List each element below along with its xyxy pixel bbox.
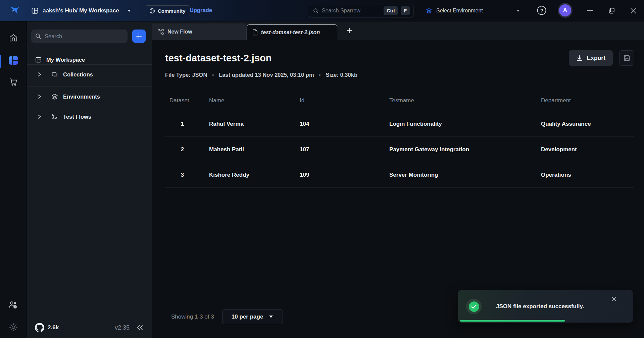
sidebar-item-environments[interactable]: Environments bbox=[27, 87, 152, 107]
sidebar: My Workspace Collections Environments bbox=[27, 21, 152, 338]
column-header: Dataset bbox=[165, 97, 209, 104]
marketplace-cart-button[interactable] bbox=[8, 76, 19, 87]
layers-icon bbox=[51, 93, 58, 100]
sidebar-workspace-label: My Workspace bbox=[46, 57, 85, 63]
file-meta: File Type: JSON • Last updated 13 Nov 20… bbox=[165, 72, 357, 78]
toast-close-button[interactable] bbox=[611, 296, 617, 302]
cell-name: Rahul Verma bbox=[209, 121, 300, 127]
github-stars-count: 2.6k bbox=[48, 324, 59, 331]
tab-label: New Flow bbox=[167, 29, 192, 35]
sparrow-logo-icon bbox=[9, 5, 21, 15]
cell-id: 107 bbox=[300, 146, 389, 153]
pagination-summary: Showing 1-3 of 3 bbox=[171, 314, 214, 320]
chevron-down-icon bbox=[269, 315, 273, 318]
cell-dataset: 1 bbox=[165, 121, 209, 127]
save-button[interactable] bbox=[619, 50, 634, 66]
column-header: Name bbox=[209, 97, 300, 104]
flow-sitemap-icon bbox=[157, 29, 164, 35]
cell-testname: Server Monitoring bbox=[389, 172, 541, 178]
file-icon bbox=[252, 29, 258, 36]
cell-dataset: 3 bbox=[165, 172, 209, 178]
workspace-grid-icon bbox=[31, 7, 39, 15]
workspace-selector[interactable]: aaksh's Hub/ My Workspace bbox=[31, 4, 131, 17]
download-icon bbox=[576, 55, 583, 61]
sidebar-item-label: Collections bbox=[63, 71, 93, 78]
home-nav-button[interactable] bbox=[8, 33, 19, 43]
table-row[interactable]: 3 Kishore Reddy 109 Server Monitoring Op… bbox=[165, 162, 634, 188]
collections-stack-icon bbox=[51, 71, 58, 78]
settings-gear-button[interactable] bbox=[8, 322, 19, 333]
column-header: Id bbox=[300, 97, 389, 104]
page-title: test-dataset-test-2.json bbox=[165, 53, 271, 64]
sidebar-search-input[interactable] bbox=[45, 33, 123, 40]
active-nav-indicator bbox=[0, 55, 1, 68]
chevron-right-icon bbox=[37, 94, 42, 99]
sidebar-item-collections[interactable]: Collections bbox=[27, 64, 152, 84]
tab-new-flow[interactable]: New Flow bbox=[152, 23, 246, 40]
sidebar-item-label: Environments bbox=[63, 94, 100, 100]
chevron-down-icon bbox=[127, 9, 131, 12]
avatar-letter: A bbox=[563, 7, 567, 14]
workspace-nav-button-active[interactable] bbox=[8, 55, 19, 66]
cell-department: Quality Assurance bbox=[541, 121, 634, 127]
file-size: Size: 0.30kb bbox=[326, 72, 357, 78]
add-new-button[interactable] bbox=[132, 30, 146, 43]
cell-name: Mahesh Patil bbox=[209, 146, 300, 153]
column-header: Department bbox=[541, 97, 634, 104]
column-header: Testname bbox=[389, 97, 541, 104]
window-minimize-button[interactable] bbox=[586, 7, 595, 15]
toast-notification: JSON file exported successfully. bbox=[458, 290, 633, 323]
divider bbox=[27, 127, 152, 127]
flow-branch-icon bbox=[51, 113, 58, 120]
layers-icon bbox=[426, 7, 432, 14]
user-avatar[interactable]: A bbox=[558, 3, 573, 18]
global-search[interactable]: Ctrl F bbox=[309, 4, 413, 17]
community-feedback-button[interactable] bbox=[8, 300, 19, 311]
success-badge-ring bbox=[466, 299, 482, 314]
environment-selector[interactable]: Select Environment bbox=[426, 4, 520, 17]
search-icon bbox=[313, 8, 319, 14]
cell-name: Kishore Reddy bbox=[209, 172, 300, 178]
window-close-button[interactable] bbox=[629, 7, 638, 15]
workspace-grid-icon bbox=[35, 56, 42, 63]
workspace-selector-label: aaksh's Hub/ My Workspace bbox=[43, 7, 119, 14]
cell-dataset: 2 bbox=[165, 146, 209, 153]
table-row[interactable]: 2 Mahesh Patil 107 Payment Gateway Integ… bbox=[165, 137, 634, 162]
plus-icon bbox=[347, 27, 353, 34]
community-button[interactable]: Community bbox=[145, 5, 190, 16]
per-page-value: 10 per page bbox=[232, 314, 263, 320]
help-button[interactable]: ? bbox=[536, 5, 547, 16]
chevron-right-icon bbox=[37, 72, 42, 77]
tab-label: test-dataset-test-2.json bbox=[261, 30, 320, 36]
success-check-icon bbox=[469, 301, 479, 312]
export-label: Export bbox=[587, 55, 605, 62]
toast-progress-bar bbox=[460, 320, 565, 322]
collapse-sidebar-button[interactable] bbox=[137, 325, 143, 330]
toast-message: JSON file exported successfully. bbox=[496, 303, 584, 310]
cell-id: 109 bbox=[300, 172, 389, 178]
table-row[interactable]: 1 Rahul Verma 104 Login Functionality Qu… bbox=[165, 111, 634, 137]
per-page-select[interactable]: 10 per page bbox=[222, 309, 283, 324]
cell-testname: Payment Gateway Integration bbox=[389, 146, 541, 153]
file-type: File Type: JSON bbox=[165, 72, 207, 78]
global-search-input[interactable] bbox=[322, 8, 381, 14]
tab-bar: New Flow test-dataset-test-2.json bbox=[152, 21, 644, 40]
sidebar-search[interactable] bbox=[31, 30, 128, 43]
cell-id: 104 bbox=[300, 121, 389, 127]
dataset-table: Dataset Name Id Testname Department 1 Ra… bbox=[165, 90, 634, 188]
table-header-row: Dataset Name Id Testname Department bbox=[165, 90, 634, 111]
new-tab-button[interactable] bbox=[345, 26, 354, 35]
window-maximize-button[interactable] bbox=[607, 7, 616, 15]
export-button[interactable]: Export bbox=[569, 50, 613, 66]
shortcut-ctrl-badge: Ctrl bbox=[384, 6, 398, 15]
cell-department: Operations bbox=[541, 172, 634, 178]
top-bar: aaksh's Hub/ My Workspace Community Upgr… bbox=[0, 0, 644, 21]
search-icon bbox=[35, 33, 41, 39]
github-icon[interactable] bbox=[35, 323, 44, 332]
last-updated: Last updated 13 Nov 2025, 03:10 pm bbox=[219, 72, 314, 78]
tab-active-file[interactable]: test-dataset-test-2.json bbox=[246, 24, 338, 40]
bullet-separator: • bbox=[319, 72, 321, 78]
upgrade-link[interactable]: Upgrade bbox=[190, 7, 212, 13]
svg-text:?: ? bbox=[540, 8, 543, 13]
sidebar-item-test-flows[interactable]: Test Flows bbox=[27, 107, 152, 127]
